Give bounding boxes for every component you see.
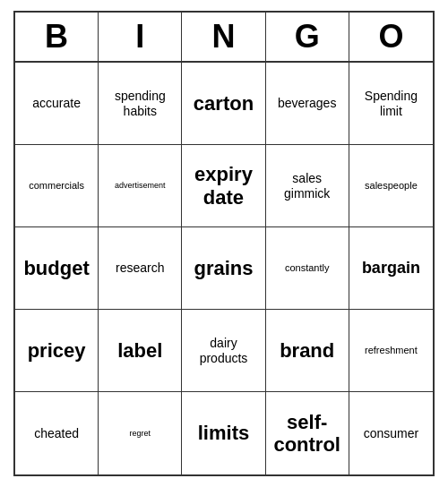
cell-text-16: label [117,339,162,362]
cell-text-20: cheated [34,426,79,440]
cell-text-8: sales gimmick [270,171,345,200]
cell-12: grains [182,227,265,310]
cell-21: regret [99,392,182,474]
cell-text-21: regret [130,429,151,438]
cell-text-14: bargain [362,259,420,278]
bingo-card: BINGO accuratespending habitscartonbever… [13,11,435,476]
header-I: I [99,13,182,61]
cell-14: bargain [349,227,433,310]
cell-1: spending habits [99,63,182,145]
cell-17: dairy products [182,310,265,392]
cell-text-13: constantly [285,262,330,274]
cell-text-3: beverages [278,96,336,110]
cell-text-6: advertisement [115,181,166,190]
cell-text-4: Spending limit [353,89,429,117]
cell-24: consumer [349,392,433,474]
bingo-header: BINGO [15,13,433,63]
cell-10: budget [15,227,99,310]
cell-11: research [99,227,182,310]
cell-8: sales gimmick [266,145,349,227]
cell-text-0: accurate [32,96,81,110]
cell-7: expiry date [182,145,265,227]
cell-text-17: dairy products [185,336,261,364]
cell-text-19: refreshment [365,345,418,356]
cell-15: pricey [15,310,99,392]
cell-19: refreshment [349,310,433,392]
cell-0: accurate [15,63,99,145]
header-B: B [15,13,99,61]
cell-text-24: consumer [364,426,418,440]
cell-text-10: budget [23,257,89,279]
cell-18: brand [266,310,349,392]
cell-13: constantly [266,227,349,310]
cell-16: label [99,310,182,392]
cell-text-7: expiry date [185,163,261,209]
cell-2: carton [182,63,265,145]
cell-text-22: limits [198,422,249,444]
cell-text-11: research [116,261,164,275]
cell-text-18: brand [280,339,334,362]
cell-text-1: spending habits [102,89,177,117]
header-G: G [266,13,349,61]
cell-6: advertisement [99,145,182,227]
cell-text-15: pricey [28,339,86,362]
header-N: N [182,13,265,61]
cell-3: beverages [266,63,349,145]
cell-text-9: salespeople [365,180,418,192]
header-O: O [349,13,433,61]
cell-text-12: grains [194,257,253,279]
cell-5: commercials [15,145,99,227]
cell-text-2: carton [194,92,254,115]
cell-text-23: self-control [270,411,345,457]
cell-20: cheated [15,392,99,474]
cell-23: self-control [266,392,349,474]
cell-text-5: commercials [29,180,84,192]
cell-4: Spending limit [349,63,433,145]
cell-22: limits [182,392,265,474]
cell-9: salespeople [349,145,433,227]
bingo-grid: accuratespending habitscartonbeveragesSp… [15,63,433,474]
